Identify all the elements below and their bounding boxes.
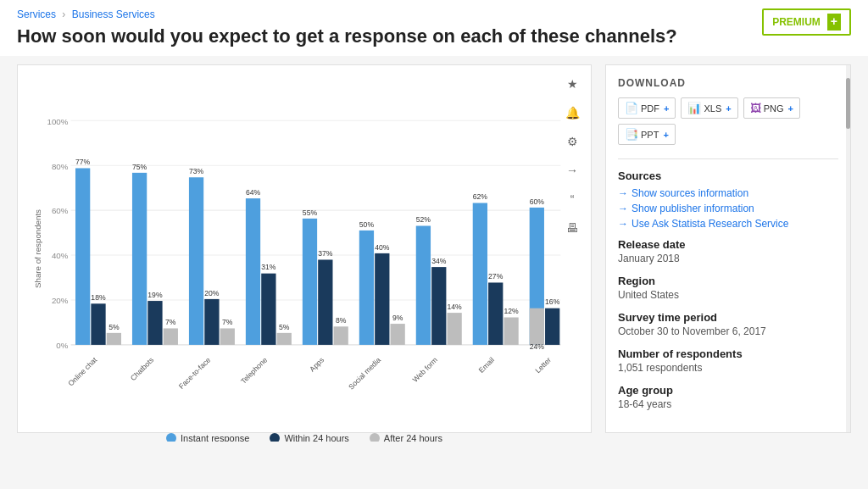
pdf-label: PDF <box>641 103 659 114</box>
svg-text:Share of respondents: Share of respondents <box>33 209 42 288</box>
svg-text:14%: 14% <box>447 303 462 311</box>
premium-label: PREMIUM <box>772 16 821 28</box>
download-section: DOWNLOAD 📄 PDF + 📊 XLS + 🖼 PNG + <box>618 77 838 145</box>
svg-text:20%: 20% <box>204 289 220 297</box>
legend-within24-icon <box>270 433 280 442</box>
header-row: Services › Business Services How soon wo… <box>0 0 868 56</box>
chart-panel: ★ 🔔 ⚙ → “ 🖶 Share of respondents 100% 80… <box>17 64 592 433</box>
respondents-section: Number of respondents 1,051 respondents <box>618 347 838 374</box>
svg-text:9%: 9% <box>392 314 403 322</box>
xls-icon: 📊 <box>687 102 701 114</box>
svg-text:50%: 50% <box>359 220 375 229</box>
download-ppt-button[interactable]: 📑 PPT + <box>618 124 676 145</box>
png-plus: + <box>788 103 793 114</box>
svg-text:73%: 73% <box>189 167 204 175</box>
svg-text:12%: 12% <box>504 307 519 315</box>
download-png-button[interactable]: 🖼 PNG + <box>743 97 800 119</box>
svg-text:52%: 52% <box>416 215 431 224</box>
premium-button[interactable]: PREMIUM + <box>762 8 851 36</box>
ask-statista-link[interactable]: → Use Ask Statista Research Service <box>618 218 838 230</box>
sources-heading: Sources <box>618 169 838 182</box>
survey-period-label: Survey time period <box>618 311 838 324</box>
svg-text:Letter: Letter <box>533 356 553 375</box>
download-label: DOWNLOAD <box>618 77 838 89</box>
svg-text:20%: 20% <box>52 296 69 305</box>
svg-rect-38 <box>277 333 292 345</box>
breadcrumb: Services › Business Services <box>17 8 677 20</box>
ppt-label: PPT <box>641 130 659 140</box>
svg-text:31%: 31% <box>261 263 276 271</box>
legend-after24-icon <box>370 433 380 442</box>
legend-within24: Within 24 hours <box>270 433 348 442</box>
show-sources-text: Show sources information <box>632 187 748 199</box>
star-icon[interactable]: ★ <box>562 74 582 94</box>
svg-text:Email: Email <box>477 356 496 375</box>
release-date-section: Release date January 2018 <box>618 238 838 264</box>
svg-text:62%: 62% <box>473 192 488 201</box>
svg-text:Web form: Web form <box>411 356 439 384</box>
print-icon[interactable]: 🖶 <box>562 218 582 238</box>
svg-text:Social media: Social media <box>347 355 382 391</box>
svg-rect-20 <box>132 173 147 345</box>
svg-text:16%: 16% <box>545 297 560 306</box>
svg-rect-41 <box>303 219 317 345</box>
quote-icon[interactable]: “ <box>562 189 582 209</box>
svg-rect-66 <box>504 318 518 345</box>
survey-period-value: October 30 to November 6, 2017 <box>618 325 838 337</box>
ask-statista-text: Use Ask Statista Research Service <box>632 218 788 230</box>
bar-chart: Share of respondents 100% 80% 60% 40% 20… <box>30 77 579 420</box>
ppt-icon: 📑 <box>625 128 638 141</box>
survey-period-section: Survey time period October 30 to Novembe… <box>618 311 838 337</box>
png-label: PNG <box>764 103 784 114</box>
settings-icon[interactable]: ⚙ <box>562 131 582 152</box>
download-pdf-button[interactable]: 📄 PDF + <box>618 97 676 119</box>
svg-text:40%: 40% <box>375 243 390 252</box>
bell-icon[interactable]: 🔔 <box>562 103 582 123</box>
svg-text:64%: 64% <box>246 188 261 197</box>
breadcrumb-separator: › <box>62 8 65 20</box>
age-group-label: Age group <box>618 384 838 397</box>
xls-label: XLS <box>704 103 721 114</box>
svg-rect-59 <box>447 313 461 345</box>
svg-rect-27 <box>189 177 203 345</box>
svg-rect-55 <box>416 226 431 345</box>
svg-rect-57 <box>431 267 446 345</box>
pdf-plus: + <box>664 103 669 114</box>
show-sources-link[interactable]: → Show sources information <box>618 187 838 199</box>
breadcrumb-business-services[interactable]: Business Services <box>72 8 155 20</box>
svg-rect-50 <box>375 253 389 345</box>
breadcrumb-services[interactable]: Services <box>17 8 56 20</box>
premium-plus-icon: + <box>827 14 841 31</box>
svg-rect-17 <box>107 333 121 345</box>
svg-rect-45 <box>334 326 348 345</box>
respondents-value: 1,051 respondents <box>618 362 838 374</box>
svg-rect-34 <box>246 198 260 345</box>
arrow-icon-2: → <box>618 203 628 214</box>
download-xls-button[interactable]: 📊 XLS + <box>681 97 737 119</box>
svg-rect-15 <box>91 303 105 345</box>
svg-text:24%: 24% <box>530 342 545 351</box>
sources-section: Sources → Show sources information → Sho… <box>618 158 838 230</box>
age-group-value: 18-64 years <box>618 398 838 410</box>
arrow-icon-1: → <box>618 187 628 199</box>
scrollbar-thumb[interactable] <box>846 78 850 129</box>
svg-text:55%: 55% <box>303 208 318 217</box>
legend-instant: Instant response <box>166 433 249 442</box>
svg-text:Face-to-face: Face-to-face <box>177 355 212 390</box>
svg-text:75%: 75% <box>132 163 147 171</box>
svg-text:0%: 0% <box>56 341 68 350</box>
scrollbar-track <box>846 65 850 432</box>
svg-rect-52 <box>391 324 405 345</box>
region-value: United States <box>618 289 838 301</box>
share-icon[interactable]: → <box>562 160 582 181</box>
svg-text:Apps: Apps <box>308 356 326 374</box>
right-panel: DOWNLOAD 📄 PDF + 📊 XLS + 🖼 PNG + <box>605 64 851 433</box>
svg-text:80%: 80% <box>52 162 69 171</box>
svg-text:5%: 5% <box>279 323 290 331</box>
svg-text:77%: 77% <box>75 158 91 166</box>
release-date-value: January 2018 <box>618 253 838 264</box>
svg-text:Telephone: Telephone <box>239 355 269 385</box>
svg-rect-71 <box>530 308 544 345</box>
show-publisher-link[interactable]: → Show publisher information <box>618 203 838 214</box>
svg-text:7%: 7% <box>222 318 233 326</box>
